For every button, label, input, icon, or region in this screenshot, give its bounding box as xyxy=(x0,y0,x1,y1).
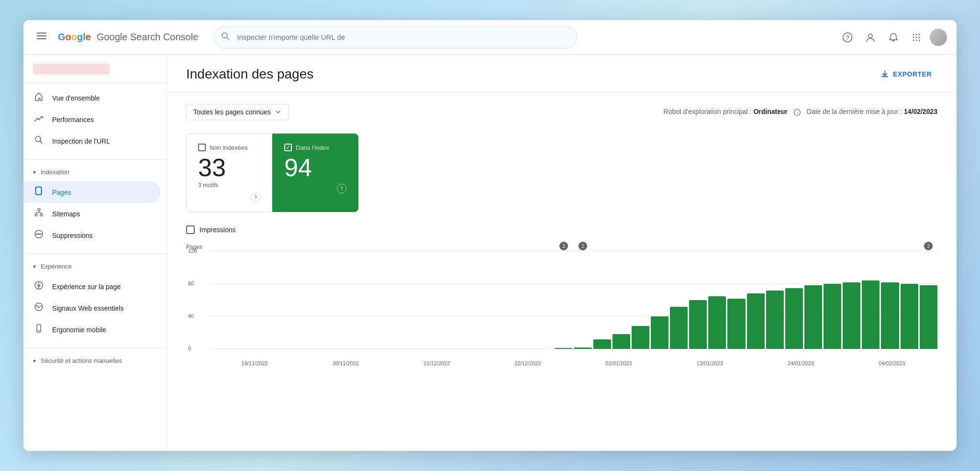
search-bar xyxy=(213,26,577,48)
bar-col xyxy=(459,251,477,349)
filter-label: Toutes les pages connues xyxy=(193,108,271,116)
info-icon: i xyxy=(793,109,801,116)
bar-col xyxy=(670,251,688,349)
bar-col: 2 xyxy=(574,251,591,349)
bar-col xyxy=(881,251,899,349)
page-title: Indexation des pages xyxy=(186,67,313,82)
bar-col xyxy=(228,251,246,349)
bar[interactable] xyxy=(901,284,918,349)
sidebar-item-web-vitals-label: Signaux Web essentiels xyxy=(52,304,123,312)
bar[interactable] xyxy=(651,316,668,349)
bar[interactable] xyxy=(574,348,591,349)
header-right: ? xyxy=(838,28,947,47)
bar-col xyxy=(267,251,284,349)
svg-point-13 xyxy=(919,36,920,38)
bar[interactable] xyxy=(824,284,841,349)
bar-col xyxy=(516,251,534,349)
bar-col xyxy=(651,251,668,349)
date-value: 14/02/2023 xyxy=(904,108,937,115)
chevron-indexation-icon: ▾ xyxy=(33,169,36,176)
bar[interactable] xyxy=(766,291,784,349)
bar[interactable] xyxy=(727,299,745,349)
nav-divider-1 xyxy=(23,159,167,160)
sidebar-item-performances[interactable]: Performances xyxy=(23,109,161,130)
indexed-label: Dans l'index xyxy=(296,144,329,151)
menu-icon[interactable] xyxy=(33,27,50,47)
bar-col xyxy=(286,251,304,349)
bar-badge: 2 xyxy=(579,242,587,250)
bar-col xyxy=(363,251,380,349)
chevron-down-icon xyxy=(275,109,281,115)
indexed-value: 94 xyxy=(284,155,346,180)
search-input[interactable] xyxy=(213,26,577,48)
bar[interactable] xyxy=(632,326,649,349)
security-section-label: Sécurité et actions manuelles xyxy=(41,357,122,364)
sidebar-item-page-experience-label: Expérience sur la page xyxy=(52,283,121,291)
bell-icon[interactable] xyxy=(884,28,903,47)
bar[interactable] xyxy=(804,285,822,349)
non-indexed-checkbox[interactable] xyxy=(198,144,206,151)
sidebar-item-overview[interactable]: Vue d'ensemble xyxy=(23,87,161,109)
bar[interactable] xyxy=(862,280,880,349)
impressions-checkbox[interactable] xyxy=(186,225,195,234)
indexation-section-header[interactable]: ▾ Indexation xyxy=(23,164,167,178)
svg-rect-0 xyxy=(37,33,46,34)
bar[interactable] xyxy=(689,300,707,349)
bar[interactable] xyxy=(843,282,860,349)
sidebar-item-url-inspection[interactable]: Inspection de l'URL xyxy=(23,130,161,152)
sidebar-item-mobile-label: Ergonomie mobile xyxy=(52,326,106,334)
indexation-section-label: Indexation xyxy=(41,168,69,176)
svg-line-4 xyxy=(227,37,229,40)
bar[interactable] xyxy=(708,296,726,349)
experience-section-header[interactable]: ▾ Expérience xyxy=(23,258,167,272)
bar-col xyxy=(727,251,745,349)
filter-info: Robot d'exploration principal : Ordinate… xyxy=(664,108,937,116)
svg-point-16 xyxy=(919,39,920,41)
non-indexed-help-icon[interactable]: ? xyxy=(251,192,260,202)
bar[interactable] xyxy=(593,339,611,349)
date-text: Date de la dernière mise à jour : xyxy=(807,108,902,115)
sidebar-item-pages[interactable]: Pages xyxy=(23,181,161,203)
trend-icon xyxy=(33,113,45,125)
sidebar-item-pages-label: Pages xyxy=(52,189,71,196)
bar[interactable] xyxy=(670,307,688,349)
svg-point-15 xyxy=(916,39,917,41)
help-icon[interactable]: ? xyxy=(838,28,857,47)
sidebar-item-page-experience[interactable]: Expérience sur la page xyxy=(23,276,161,297)
x-label-1: 30/11/2022 xyxy=(300,358,391,366)
bar-col xyxy=(593,251,611,349)
sidebar-item-mobile[interactable]: Ergonomie mobile xyxy=(23,319,161,340)
pages-filter-dropdown[interactable]: Toutes les pages connues xyxy=(186,104,289,120)
bar[interactable] xyxy=(785,288,803,349)
filter-row: Toutes les pages connues Robot d'explora… xyxy=(186,104,937,120)
body: Vue d'ensemble Performances xyxy=(23,55,957,451)
svg-point-11 xyxy=(913,36,914,38)
bar-col xyxy=(766,251,784,349)
sidebar-item-sitemaps-label: Sitemaps xyxy=(52,210,80,218)
security-section-header[interactable]: ▾ Sécurité et actions manuelles xyxy=(23,352,167,366)
svg-rect-23 xyxy=(40,214,43,216)
bar[interactable] xyxy=(555,348,572,349)
bar-col xyxy=(344,251,361,349)
bar[interactable] xyxy=(612,334,630,349)
bar-col xyxy=(478,251,496,349)
avatar[interactable] xyxy=(930,29,947,46)
bar[interactable] xyxy=(881,282,899,349)
site-badge xyxy=(23,55,167,83)
apps-icon[interactable] xyxy=(907,28,926,47)
bar[interactable] xyxy=(747,293,765,349)
sidebar-item-sitemaps[interactable]: Sitemaps xyxy=(23,203,161,224)
sidebar-item-suppressions[interactable]: Suppressions xyxy=(23,224,161,246)
svg-text:i: i xyxy=(797,111,798,115)
bar-col xyxy=(420,251,438,349)
indexed-help-icon[interactable]: ? xyxy=(337,184,346,193)
experience-nav: Expérience sur la page Signaux Web essen… xyxy=(23,272,167,344)
sidebar-item-suppressions-label: Suppressions xyxy=(52,232,93,239)
svg-point-14 xyxy=(913,39,914,41)
main-body: Toutes les pages connues Robot d'explora… xyxy=(167,92,957,380)
indexed-checkbox[interactable]: ✓ xyxy=(284,144,292,151)
sidebar-item-web-vitals[interactable]: Signaux Web essentiels xyxy=(23,297,161,319)
export-button[interactable]: EXPORTER xyxy=(875,66,937,82)
bar[interactable] xyxy=(920,285,937,349)
account-circle-icon[interactable] xyxy=(861,28,880,47)
